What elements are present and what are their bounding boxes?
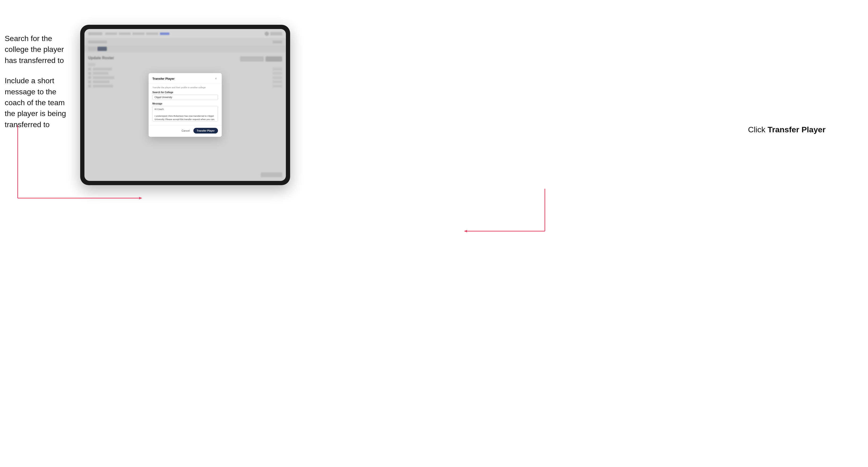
- message-label: Message: [152, 102, 218, 105]
- search-college-input[interactable]: [152, 95, 218, 100]
- message-textarea[interactable]: Hi Coach, I understand Chris Robertson h…: [152, 106, 218, 121]
- tablet-screen: Update Roster: [85, 29, 286, 181]
- modal-body: Transfer the player and their profile to…: [149, 83, 222, 125]
- modal-subtitle: Transfer the player and their profile to…: [152, 86, 218, 89]
- cancel-button[interactable]: Cancel: [180, 128, 191, 133]
- annotation-text-2: Include a short message to the coach of …: [5, 75, 73, 130]
- modal-overlay: Transfer Player × Transfer the player an…: [85, 29, 286, 181]
- svg-marker-2: [139, 197, 142, 199]
- modal-header: Transfer Player ×: [149, 73, 222, 83]
- transfer-player-modal: Transfer Player × Transfer the player an…: [149, 73, 222, 137]
- annotation-left: Search for the college the player has tr…: [5, 33, 73, 139]
- close-icon: ×: [215, 77, 217, 80]
- transfer-player-button[interactable]: Transfer Player: [193, 128, 218, 133]
- annotation-transfer-player-label: Transfer Player: [768, 125, 826, 134]
- modal-footer: Cancel Transfer Player: [149, 125, 222, 137]
- annotation-text-1: Search for the college the player has tr…: [5, 33, 73, 66]
- tablet-device: Update Roster: [80, 25, 290, 185]
- annotation-right: Click Transfer Player: [748, 125, 826, 134]
- modal-close-button[interactable]: ×: [214, 76, 218, 81]
- annotation-click-prefix: Click: [748, 125, 768, 134]
- svg-marker-4: [464, 230, 467, 232]
- search-college-label: Search for College: [152, 91, 218, 94]
- modal-title: Transfer Player: [152, 77, 175, 81]
